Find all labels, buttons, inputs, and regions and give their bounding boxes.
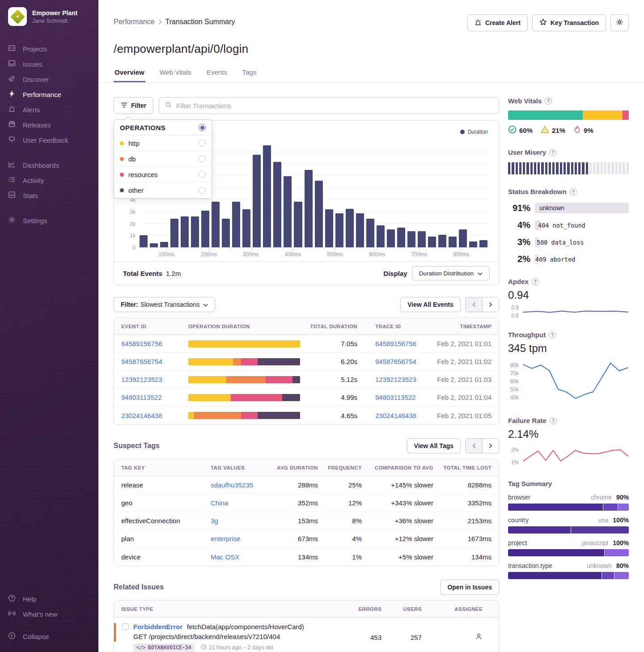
- spark-y-label: 0.8: [511, 313, 519, 319]
- x-tick-label: 100ms: [159, 251, 175, 258]
- trace-id-link[interactable]: 94803113522: [375, 394, 416, 401]
- question-icon[interactable]: ?: [549, 149, 556, 156]
- tag-bar-segment: [571, 526, 629, 533]
- sidebar: ✦ Empower Plant Jane Schmidt Projects Is…: [0, 0, 98, 652]
- misery-segment: [534, 162, 536, 174]
- x-tick-label: 300ms: [243, 251, 259, 258]
- tag-key-value: effectiveConnection: [121, 517, 211, 525]
- failure-rate-heading: Failure Rate: [508, 417, 547, 424]
- tab-tags[interactable]: Tags: [242, 66, 258, 82]
- other-radio[interactable]: [199, 187, 206, 194]
- event-id-link[interactable]: 12392123523: [121, 376, 188, 383]
- sidebar-item-dashboards[interactable]: Dashboards: [0, 157, 98, 173]
- sidebar-item-activity[interactable]: Activity: [0, 173, 98, 188]
- sidebar-item-releases[interactable]: Releases: [0, 117, 98, 132]
- histogram-bar: [387, 229, 395, 247]
- sidebar-item-projects[interactable]: Projects: [0, 41, 98, 56]
- trace-id-link[interactable]: 64589156756: [375, 340, 416, 347]
- breadcrumb-performance[interactable]: Performance: [114, 18, 155, 26]
- tag-summary-bar: [508, 572, 629, 579]
- org-switcher[interactable]: ✦ Empower Plant Jane Schmidt: [0, 7, 98, 26]
- tab-bar: Overview Web Vitals Events Tags: [98, 66, 644, 83]
- sidebar-item-performance[interactable]: Performance: [0, 87, 98, 102]
- histogram-bar: [170, 219, 178, 247]
- tag-value-link[interactable]: China: [211, 499, 228, 507]
- event-id-link[interactable]: 23024146438: [121, 412, 188, 419]
- operations-all-radio[interactable]: [199, 124, 206, 131]
- filter-button[interactable]: Filter: [114, 97, 153, 114]
- sidebar-item-settings[interactable]: Settings: [0, 213, 98, 228]
- sidebar-item-issues[interactable]: Issues: [0, 56, 98, 72]
- histogram-bar: [397, 228, 405, 247]
- resources-radio[interactable]: [199, 171, 206, 178]
- tag-value-link[interactable]: enterprise: [211, 535, 241, 542]
- question-icon[interactable]: ?: [549, 331, 556, 339]
- sidebar-item-alerts[interactable]: Alerts: [0, 102, 98, 117]
- op-segment-other: [282, 394, 300, 401]
- trace-id-link[interactable]: 12392123523: [375, 376, 416, 383]
- search-input[interactable]: [176, 102, 493, 110]
- histogram-bar: [335, 213, 343, 247]
- histogram-bar: [222, 219, 230, 247]
- sidebar-item-collapse[interactable]: Collapse: [0, 629, 98, 644]
- tags-pager-prev[interactable]: [466, 439, 482, 453]
- related-issues-heading: Related Issues: [114, 583, 164, 591]
- key-transaction-button[interactable]: Key Transaction: [532, 14, 606, 31]
- create-alert-button[interactable]: Create Alert: [467, 14, 528, 31]
- misery-segment: [608, 162, 610, 174]
- view-all-events-button[interactable]: View All Events: [400, 297, 461, 312]
- operation-option-db[interactable]: db: [114, 151, 212, 167]
- tag-value-link[interactable]: sdaufhu35235: [211, 481, 253, 489]
- assignee-icon[interactable]: [433, 633, 491, 642]
- events-pager-prev[interactable]: [466, 297, 482, 312]
- sidebar-item-whats-new[interactable]: What's new: [0, 606, 98, 622]
- events-pager-next[interactable]: [482, 297, 499, 312]
- sidebar-item-stats[interactable]: Stats: [0, 188, 98, 203]
- sidebar-item-user-feedback[interactable]: User Feedback: [0, 132, 98, 148]
- issue-checkbox[interactable]: [122, 623, 129, 630]
- tag-value-link[interactable]: Mac OSX: [211, 553, 239, 561]
- question-icon[interactable]: ?: [570, 188, 577, 195]
- tab-events[interactable]: Events: [206, 66, 228, 82]
- operation-option-resources[interactable]: resources: [114, 167, 212, 182]
- chevron-down-icon: [203, 301, 208, 308]
- transaction-settings-button[interactable]: [610, 14, 629, 31]
- http-radio[interactable]: [199, 140, 206, 147]
- frequency-value: 4%: [318, 535, 362, 542]
- siren-icon: [475, 19, 482, 27]
- tag-value-link[interactable]: 3g: [211, 517, 218, 525]
- display-select[interactable]: Duration Distribution: [412, 266, 490, 280]
- issue-errors-count: 453: [348, 634, 393, 641]
- tab-web-vitals[interactable]: Web Vitals: [159, 66, 192, 82]
- operation-option-http[interactable]: http: [114, 135, 212, 151]
- open-in-issues-button[interactable]: Open in Issues: [440, 580, 499, 595]
- transaction-filter-select[interactable]: Filter: Slowest Transactions: [114, 297, 215, 312]
- tags-pager-next[interactable]: [482, 439, 499, 453]
- db-radio[interactable]: [199, 155, 206, 162]
- event-id-link[interactable]: 94587656754: [121, 358, 188, 365]
- misery-segment: [516, 162, 518, 174]
- trace-id-link[interactable]: 23024146438: [375, 412, 416, 419]
- col-errors: ERRORS: [348, 606, 393, 612]
- op-segment-other: [258, 412, 300, 419]
- issue-type-link[interactable]: ForbiddenError: [133, 623, 182, 631]
- sidebar-item-discover[interactable]: Discover: [0, 72, 98, 87]
- event-id-link[interactable]: 94803113522: [121, 394, 188, 401]
- op-segment-http: [188, 358, 233, 365]
- event-row: 645891567567.05s64589156756Feb 2, 2021 0…: [114, 335, 499, 353]
- histogram-bar: [263, 145, 271, 247]
- sidebar-item-help[interactable]: Help: [0, 591, 98, 606]
- tab-overview[interactable]: Overview: [114, 66, 145, 82]
- event-id-link[interactable]: 64589156756: [121, 340, 188, 347]
- web-vitals-segment: [508, 110, 583, 120]
- col-total-time-lost: TOTAL TIME LOST: [433, 465, 491, 470]
- trace-id-link[interactable]: 94587656754: [375, 358, 416, 365]
- question-icon[interactable]: ?: [545, 97, 552, 105]
- total-time-lost-value: 8288ms: [433, 481, 491, 489]
- tag-summary-key: transaction.type: [508, 562, 587, 569]
- operation-option-other[interactable]: other: [114, 182, 212, 198]
- gear-icon: [616, 18, 623, 27]
- view-all-tags-button[interactable]: View All Tags: [407, 438, 461, 453]
- question-icon[interactable]: ?: [532, 278, 539, 285]
- question-icon[interactable]: ?: [550, 417, 557, 424]
